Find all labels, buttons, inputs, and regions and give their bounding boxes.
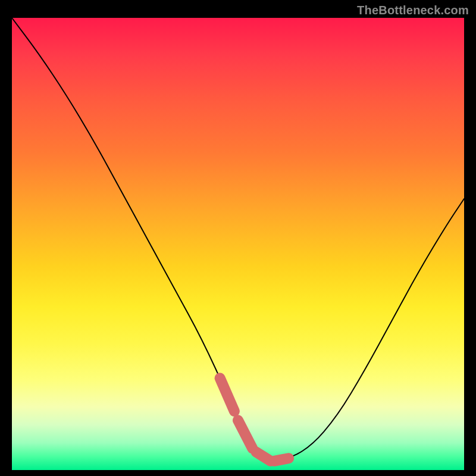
- curve-svg: [12, 18, 464, 470]
- watermark-text: TheBottleneck.com: [357, 4, 469, 17]
- plot-area: [12, 18, 464, 470]
- bottleneck-curve: [12, 18, 464, 461]
- chart-frame: TheBottleneck.com: [0, 0, 476, 476]
- highlight-segment: [220, 378, 289, 461]
